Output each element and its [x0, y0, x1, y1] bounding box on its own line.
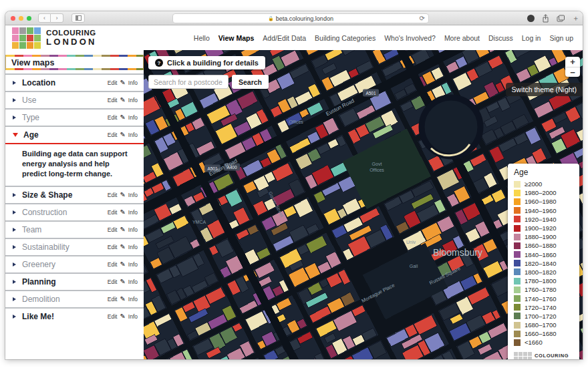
info-link[interactable]: Info — [128, 313, 138, 320]
edit-link[interactable]: Edit — [108, 226, 118, 233]
map-label-univ: Univ — [406, 240, 416, 244]
info-link[interactable]: Info — [128, 278, 138, 285]
category-actions: Edit✎Info — [108, 79, 138, 86]
logo-square — [12, 42, 19, 49]
colouring-london-logo[interactable] — [12, 27, 41, 49]
chevron-right-icon — [13, 193, 16, 197]
sidebar-item-construction[interactable]: ConstructionEdit✎Info — [5, 203, 144, 220]
sidebar-item-location[interactable]: LocationEdit✎Info — [5, 73, 144, 91]
zoom-out-button[interactable]: − — [565, 67, 580, 77]
tabs-icon[interactable] — [557, 15, 565, 22]
legend-logo: COLOURING LONDON — [514, 352, 573, 359]
search-button[interactable]: Search — [232, 75, 269, 89]
site-header: COLOURING LONDON HelloView MapsAdd/Edit … — [5, 25, 583, 50]
address-bar[interactable]: 🔒 beta.colouring.london ⟳ — [172, 13, 429, 23]
sidebar-icon — [76, 15, 82, 21]
zoom-in-button[interactable]: + — [565, 57, 580, 67]
sidebar-item-demolition[interactable]: DemolitionEdit✎Info — [5, 290, 144, 307]
edit-link[interactable]: Edit — [108, 296, 118, 303]
map-label-govt: Govt — [372, 162, 382, 166]
nav-more-about[interactable]: More about — [444, 34, 480, 42]
sidebar-item-planning[interactable]: PlanningEdit✎Info — [5, 272, 144, 290]
legend-row: 1880–1900 — [514, 232, 573, 241]
legend-label: 1780–1800 — [525, 277, 557, 285]
legend-row: 1740–1760 — [514, 294, 573, 303]
sidebar-item-sustainability[interactable]: SustainabilityEdit✎Info — [5, 238, 144, 255]
legend-swatch — [514, 260, 521, 266]
switch-theme-button[interactable]: Switch theme (Night) — [506, 83, 583, 96]
info-link[interactable]: Info — [128, 226, 138, 233]
logo-square — [12, 27, 19, 34]
nav-add-edit-data[interactable]: Add/Edit Data — [263, 34, 306, 42]
building-details-button[interactable]: ? Click a building for details — [148, 56, 265, 69]
legend-swatch — [514, 322, 521, 329]
info-link[interactable]: Info — [128, 132, 138, 138]
chevron-right-icon — [13, 245, 16, 249]
nav-building-categories[interactable]: Building Categories — [315, 34, 376, 42]
nav-sign-up[interactable]: Sign up — [549, 34, 573, 42]
legend-swatch — [514, 242, 521, 249]
edit-link[interactable]: Edit — [108, 97, 118, 104]
info-link[interactable]: Info — [128, 244, 138, 250]
edit-link[interactable]: Edit — [108, 79, 118, 86]
sidebar-item-type[interactable]: TypeEdit✎Info — [5, 108, 144, 126]
info-link[interactable]: Info — [128, 114, 138, 121]
category-actions: Edit✎Info — [108, 296, 138, 303]
share-icon[interactable] — [542, 14, 549, 23]
edit-link[interactable]: Edit — [108, 278, 118, 285]
chevron-right-icon — [13, 280, 16, 284]
sidebar-item-age[interactable]: AgeEdit✎Info — [5, 126, 144, 143]
edit-link[interactable]: Edit — [108, 313, 118, 320]
info-link[interactable]: Info — [128, 97, 138, 104]
map-canvas[interactable]: A501A501A400Euston RoadEuston RoadOffice… — [144, 50, 583, 359]
nav-log-in[interactable]: Log in — [522, 34, 541, 42]
sidebar-item-use[interactable]: UseEdit✎Info — [5, 91, 144, 108]
extension-icon[interactable] — [527, 15, 535, 22]
legend-row: 1900–1920 — [514, 224, 573, 232]
nav-hello[interactable]: Hello — [194, 34, 210, 42]
category-label: Greenery — [22, 260, 55, 269]
logo-square — [12, 35, 19, 41]
sidebar-item-like-me[interactable]: Like Me!Edit✎Info — [5, 307, 144, 325]
info-link[interactable]: Info — [128, 79, 138, 86]
sidebar-item-size-shape[interactable]: Size & ShapeEdit✎Info — [5, 186, 144, 203]
reload-icon[interactable]: ⟳ — [420, 15, 425, 22]
info-link[interactable]: Info — [128, 261, 138, 268]
nav-discuss[interactable]: Discuss — [488, 34, 513, 42]
sidebar-item-greenery[interactable]: GreeneryEdit✎Info — [5, 255, 144, 272]
view-maps-header[interactable]: View maps — [5, 55, 144, 70]
edit-link[interactable]: Edit — [108, 209, 118, 216]
category-actions: Edit✎Info — [108, 244, 138, 250]
sidebar-item-team[interactable]: TeamEdit✎Info — [5, 220, 144, 238]
legend-entries: ≥20001980–20001960–19801940–19601920–194… — [514, 180, 573, 347]
category-actions: Edit✎Info — [108, 261, 138, 268]
legend-label: 1660–1680 — [525, 330, 557, 337]
new-tab-icon[interactable]: ＋ — [572, 13, 579, 23]
legend-label: 1760–1780 — [525, 286, 557, 293]
edit-link[interactable]: Edit — [108, 192, 118, 198]
edit-link[interactable]: Edit — [108, 261, 118, 268]
browser-forward-button[interactable]: › — [51, 13, 63, 23]
browser-back-button[interactable]: ‹ — [38, 13, 51, 23]
category-label: Demolition — [22, 295, 60, 304]
info-link[interactable]: Info — [128, 296, 138, 303]
nav-who-s-involved[interactable]: Who's Involved? — [384, 34, 436, 42]
info-link[interactable]: Info — [128, 192, 138, 198]
sidebar-toggle-button[interactable] — [71, 13, 85, 23]
logo-square — [523, 357, 527, 359]
map-label-ymca: YMCA — [192, 220, 206, 224]
logo-text[interactable]: COLOURING LONDON — [46, 29, 97, 47]
close-window-icon[interactable] — [11, 16, 15, 21]
logo-square — [514, 357, 518, 359]
edit-link[interactable]: Edit — [108, 244, 118, 250]
edit-link[interactable]: Edit — [108, 132, 118, 138]
nav-view-maps[interactable]: View Maps — [218, 34, 255, 42]
legend-logo-line1: COLOURING — [535, 353, 569, 359]
info-link[interactable]: Info — [128, 209, 138, 216]
edit-link[interactable]: Edit — [108, 114, 118, 121]
postcode-search-input[interactable] — [148, 75, 229, 89]
maximize-window-icon[interactable] — [27, 16, 31, 21]
minimize-window-icon[interactable] — [19, 16, 23, 21]
logo-square — [34, 27, 41, 34]
category-label: Planning — [22, 277, 56, 287]
